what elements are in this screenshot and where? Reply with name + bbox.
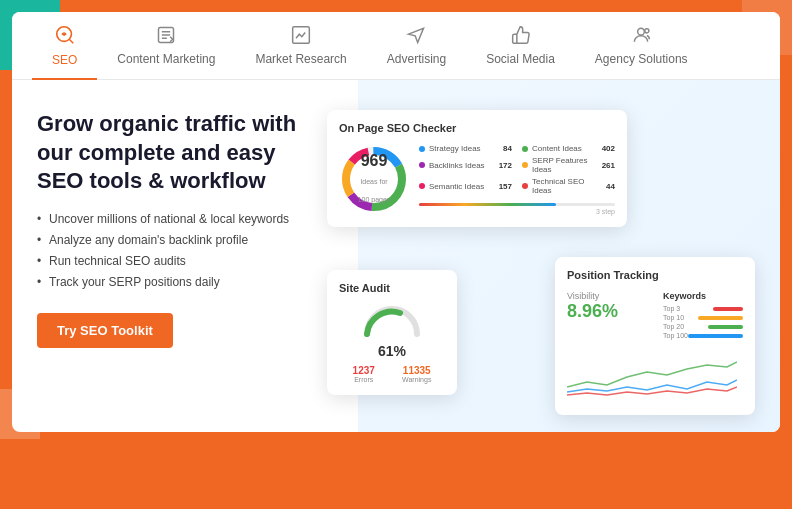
stat-row-2: Backlinks Ideas 172	[419, 156, 512, 174]
hero-headline: Grow organic traffic with our complete a…	[37, 110, 297, 196]
main-card: SEO Content Marketing	[12, 12, 780, 432]
stat-label-2: Backlinks Ideas	[429, 161, 495, 170]
visibility-percent: 8.96%	[567, 301, 618, 322]
audit-metrics: 1237 Errors 11335 Warnings	[339, 365, 445, 383]
tab-social-media[interactable]: Social Media	[466, 13, 575, 78]
stat-val-1: 402	[602, 144, 615, 153]
content-icon	[156, 25, 176, 48]
stat-val-0: 84	[503, 144, 512, 153]
donut-label: Ideas for	[360, 178, 387, 185]
content-area: Grow organic traffic with our complete a…	[12, 80, 780, 432]
stat-row-0: Strategy Ideas 84	[419, 144, 512, 153]
site-audit-score: 61%	[339, 343, 445, 359]
site-audit-gauge: 61%	[339, 304, 445, 359]
cta-button[interactable]: Try SEO Toolkit	[37, 313, 173, 348]
stat-label-0: Strategy Ideas	[429, 144, 499, 153]
bullet-3: Run technical SEO audits	[37, 254, 297, 268]
visibility-label: Visibility	[567, 291, 618, 301]
stat-dot-5	[522, 183, 528, 189]
bullet-4: Track your SERP positions daily	[37, 275, 297, 289]
widget-seo-checker: On Page SEO Checker	[327, 110, 627, 227]
keyword-bar-3	[688, 332, 743, 339]
bullet-2: Analyze any domain's backlink profile	[37, 233, 297, 247]
widget-site-audit: Site Audit 61% 1237 Errors	[327, 270, 457, 395]
keyword-bar-fill-3	[688, 334, 743, 338]
audit-errors: 1237 Errors	[353, 365, 375, 383]
tab-market-research[interactable]: Market Research	[235, 13, 366, 78]
advertising-icon	[406, 25, 426, 48]
tab-seo[interactable]: SEO	[32, 12, 97, 79]
tab-content-marketing[interactable]: Content Marketing	[97, 13, 235, 78]
bullet-1: Uncover millions of national & local key…	[37, 212, 297, 226]
bullet-list: Uncover millions of national & local key…	[37, 212, 297, 289]
tab-agency-label: Agency Solutions	[595, 52, 688, 66]
svg-point-8	[645, 29, 649, 33]
stat-label-5: Technical SEO Ideas	[532, 177, 602, 195]
stat-dot-0	[419, 146, 425, 152]
tab-seo-label: SEO	[52, 53, 77, 67]
keywords-right: Keywords Top 3 Top 10	[663, 291, 743, 341]
stat-val-3: 261	[602, 161, 615, 170]
stat-row-4: Semantic Ideas 157	[419, 177, 512, 195]
market-icon	[291, 25, 311, 48]
social-icon	[511, 25, 531, 48]
checker-stats-grid: Strategy Ideas 84 Content Ideas 402	[419, 144, 615, 195]
stat-label-1: Content Ideas	[532, 144, 598, 153]
keyword-item-0: Top 3	[663, 305, 743, 312]
tab-agency[interactable]: Agency Solutions	[575, 13, 708, 78]
keyword-items: Top 3 Top 10	[663, 305, 743, 339]
keyword-bar-fill-1	[698, 316, 743, 320]
stat-val-4: 157	[499, 182, 512, 191]
keyword-label-0: Top 3	[663, 305, 680, 312]
keyword-item-2: Top 20	[663, 323, 743, 330]
position-left: Visibility 8.96%	[567, 291, 618, 322]
donut-center: 969 Ideas for 100 pages	[357, 152, 392, 206]
position-tracking-title: Position Tracking	[567, 269, 743, 281]
keyword-bar-fill-2	[708, 325, 743, 329]
outer-wrapper: SEO Content Marketing	[0, 0, 792, 509]
tab-content-label: Content Marketing	[117, 52, 215, 66]
seo-checker-title: On Page SEO Checker	[339, 122, 615, 134]
keyword-item-1: Top 10	[663, 314, 743, 321]
donut-number: 969	[357, 152, 392, 170]
keyword-item-3: Top 100	[663, 332, 743, 339]
stat-dot-1	[522, 146, 528, 152]
tab-social-label: Social Media	[486, 52, 555, 66]
stat-row-3: SERP Features Ideas 261	[522, 156, 615, 174]
donut-chart: 969 Ideas for 100 pages	[339, 144, 409, 214]
stat-val-5: 44	[606, 182, 615, 191]
stat-val-2: 172	[499, 161, 512, 170]
seo-icon	[54, 24, 76, 49]
keyword-bar-0	[713, 305, 743, 312]
position-header: Visibility 8.96% Keywords Top 3	[567, 291, 743, 341]
audit-warnings-num: 11335	[402, 365, 431, 376]
audit-warnings-label: Warnings	[402, 376, 431, 383]
stat-dot-4	[419, 183, 425, 189]
agency-icon	[631, 25, 651, 48]
audit-errors-label: Errors	[353, 376, 375, 383]
nav-tabs: SEO Content Marketing	[12, 12, 780, 80]
widget-position-tracking: Position Tracking Visibility 8.96% Keywo…	[555, 257, 755, 415]
donut-sublabel: 100 pages	[358, 196, 391, 203]
mini-chart	[567, 347, 743, 397]
right-side: On Page SEO Checker	[327, 110, 755, 415]
tab-advertising[interactable]: Advertising	[367, 13, 466, 78]
stat-row-1: Content Ideas 402	[522, 144, 615, 153]
stat-dot-3	[522, 162, 528, 168]
left-side: Grow organic traffic with our complete a…	[37, 110, 297, 415]
svg-point-7	[638, 28, 645, 35]
progress-steps: 3 step	[419, 208, 615, 215]
keyword-bar-fill-0	[713, 307, 743, 311]
progress-bar-fill	[419, 203, 556, 206]
keyword-bar-1	[698, 314, 743, 321]
keywords-label: Keywords	[663, 291, 743, 301]
svg-line-1	[69, 39, 73, 43]
progress-bar-container	[419, 203, 615, 206]
stat-label-3: SERP Features Ideas	[532, 156, 598, 174]
keyword-label-1: Top 10	[663, 314, 684, 321]
site-audit-title: Site Audit	[339, 282, 445, 294]
seo-checker-content: 969 Ideas for 100 pages Strategy Ideas	[339, 144, 615, 215]
audit-warnings: 11335 Warnings	[402, 365, 431, 383]
tab-market-label: Market Research	[255, 52, 346, 66]
stat-label-4: Semantic Ideas	[429, 182, 495, 191]
